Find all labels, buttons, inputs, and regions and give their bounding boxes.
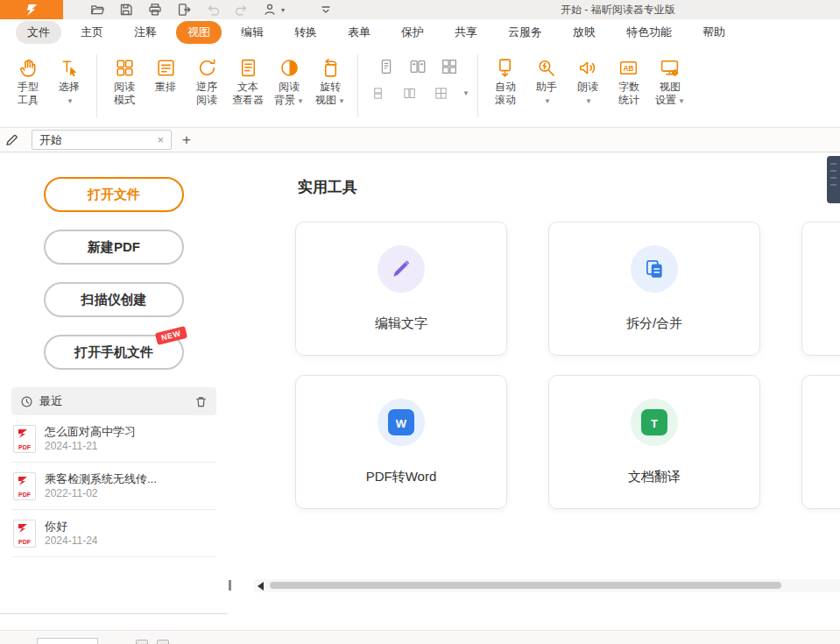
- open-mobile-file-button[interactable]: 打开手机文件 NEW: [44, 335, 184, 370]
- group-tools: 手型 工具 选择 ▼: [9, 53, 88, 110]
- open-folder-icon[interactable]: [89, 3, 104, 18]
- split-view-layout-button[interactable]: [429, 82, 452, 103]
- recent-section-header: 最近: [11, 387, 216, 415]
- auto-scroll-button[interactable]: 自动 滚动: [486, 53, 525, 110]
- tab-edit[interactable]: 编辑: [229, 21, 275, 44]
- share-user-icon[interactable]: [263, 3, 278, 18]
- select-tool-button[interactable]: 选择 ▼: [50, 53, 88, 110]
- chevron-down-icon: ▼: [297, 97, 304, 105]
- tab-form[interactable]: 表单: [336, 21, 382, 44]
- tab-home[interactable]: 主页: [69, 21, 115, 44]
- tab-cloud[interactable]: 云服务: [497, 21, 554, 44]
- card-partial[interactable]: [801, 375, 840, 509]
- two-column-layout-button[interactable]: [398, 82, 420, 103]
- card-edit-text[interactable]: 编辑文字: [295, 222, 507, 356]
- tab-share[interactable]: 共享: [443, 21, 489, 44]
- new-badge: NEW: [154, 326, 187, 345]
- reading-background-icon: [279, 54, 300, 81]
- reflow-button[interactable]: 重排: [146, 53, 185, 110]
- section-title: 实用工具: [298, 177, 357, 197]
- recent-file-item[interactable]: PDF 怎么面对高中学习 2024-11-21: [11, 415, 216, 463]
- recent-file-item[interactable]: PDF 你好 2024-11-24: [11, 510, 216, 557]
- view-settings-icon: [659, 54, 681, 81]
- collapse-ribbon-icon[interactable]: [318, 3, 333, 18]
- page-number-input[interactable]: [37, 638, 98, 644]
- undo-icon[interactable]: [205, 3, 220, 18]
- recent-file-name: 怎么面对高中学习: [45, 424, 136, 439]
- recent-file-date: 2024-11-24: [45, 534, 98, 548]
- reverse-reading-icon: [196, 54, 218, 81]
- tab-protect[interactable]: 保护: [390, 21, 435, 44]
- recent-file-item[interactable]: PDF 乘客检测系统无线传... 2022-11-02: [11, 463, 216, 510]
- tab-slideshow[interactable]: 放映: [561, 21, 607, 44]
- rotate-view-button[interactable]: 旋转 视图▼: [311, 53, 349, 110]
- save-icon[interactable]: [118, 3, 133, 18]
- status-tool-icon[interactable]: [157, 640, 169, 644]
- card-partial[interactable]: [801, 222, 840, 356]
- svg-text:T: T: [651, 417, 658, 430]
- chevron-down-icon: ▼: [585, 97, 592, 105]
- tab-file[interactable]: 文件: [16, 21, 61, 44]
- word-count-button[interactable]: AB 字数 统计: [610, 53, 648, 110]
- single-page-layout-button[interactable]: [375, 56, 398, 77]
- select-icon: [59, 54, 81, 81]
- horizontal-scrollbar[interactable]: [254, 579, 840, 592]
- assistant-button[interactable]: 助手 ▼: [527, 53, 566, 110]
- export-icon[interactable]: [176, 3, 191, 18]
- chevron-down-icon[interactable]: ▼: [462, 89, 469, 97]
- scroll-left-icon[interactable]: [258, 582, 264, 591]
- new-tab-button[interactable]: +: [182, 131, 191, 149]
- translate-doc-icon: T: [631, 399, 678, 446]
- sidebar-resize-handle[interactable]: [229, 580, 231, 591]
- card-split-merge[interactable]: 拆分/合并: [548, 222, 760, 356]
- card-doc-translate[interactable]: T 文档翻译: [548, 375, 760, 509]
- read-mode-icon: [114, 54, 136, 81]
- word-count-icon: AB: [618, 54, 639, 81]
- chevron-down-icon: ▼: [67, 97, 74, 105]
- tab-help[interactable]: 帮助: [691, 21, 737, 44]
- redo-icon[interactable]: [234, 3, 249, 18]
- chevron-down-icon: ▼: [678, 97, 685, 105]
- continuous-layout-button[interactable]: [366, 82, 389, 103]
- next-page-button[interactable]: ›: [107, 638, 111, 644]
- close-tab-icon[interactable]: ×: [157, 133, 164, 146]
- tab-features[interactable]: 特色功能: [615, 21, 683, 44]
- doc-tab-label: 开始: [39, 132, 157, 148]
- chevron-down-icon: ▼: [544, 97, 551, 105]
- chevron-down-icon: ▼: [338, 97, 345, 105]
- grid-page-layout-button[interactable]: [438, 56, 461, 77]
- card-label: PDF转Word: [366, 469, 437, 485]
- tab-convert[interactable]: 转换: [283, 21, 328, 44]
- chevron-down-icon[interactable]: ▾: [281, 6, 285, 14]
- first-page-button[interactable]: «: [9, 638, 16, 644]
- word-doc-icon: W: [378, 399, 425, 446]
- text-viewer-button[interactable]: 文本 查看器: [229, 53, 267, 110]
- open-file-button[interactable]: 打开文件: [44, 177, 184, 212]
- card-label: 文档翻译: [628, 469, 681, 485]
- svg-text:AB: AB: [624, 63, 634, 72]
- reading-background-button[interactable]: 阅读 背景▼: [270, 53, 308, 110]
- reverse-reading-button[interactable]: 逆序 阅读: [187, 53, 226, 110]
- pencil-icon[interactable]: [0, 133, 23, 147]
- new-pdf-button[interactable]: 新建PDF: [44, 230, 184, 265]
- trash-icon[interactable]: [194, 395, 208, 408]
- read-mode-button[interactable]: 阅读 模式: [105, 53, 144, 110]
- prev-page-button[interactable]: ‹: [25, 638, 29, 644]
- doc-tab-start[interactable]: 开始 ×: [32, 130, 172, 150]
- quick-access-toolbar: ▾: [89, 3, 333, 18]
- hand-tool-button[interactable]: 手型 工具: [9, 53, 47, 110]
- divider: [477, 54, 478, 117]
- card-pdf-to-word[interactable]: W PDF转Word: [295, 375, 507, 509]
- scanner-create-button[interactable]: 扫描仪创建: [44, 282, 184, 317]
- sidebar-bottom-divider: [0, 613, 228, 614]
- tab-view[interactable]: 视图: [176, 21, 222, 44]
- print-icon[interactable]: [147, 3, 162, 18]
- scrollbar-thumb[interactable]: [270, 582, 781, 589]
- view-settings-button[interactable]: 视图 设置▼: [651, 53, 689, 110]
- read-aloud-button[interactable]: 朗读 ▼: [568, 53, 607, 110]
- status-tool-icon[interactable]: [136, 640, 148, 644]
- tab-comment[interactable]: 注释: [123, 21, 168, 44]
- floating-page-nav-widget[interactable]: [827, 156, 840, 203]
- last-page-button[interactable]: »: [120, 638, 127, 644]
- facing-page-layout-button[interactable]: [406, 56, 429, 77]
